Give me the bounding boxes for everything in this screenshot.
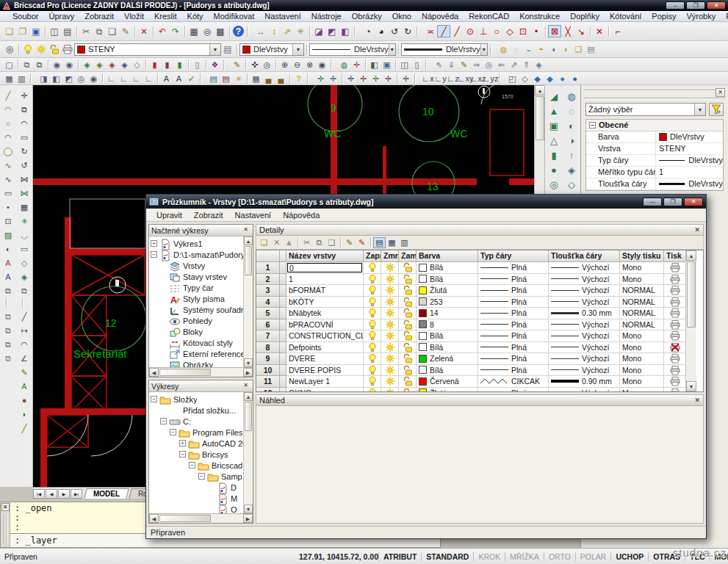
toggle-orto[interactable]: ORTO (544, 552, 575, 561)
layer-lineweight[interactable]: Výchozí (549, 262, 620, 274)
layer-name[interactable]: bFORMÁT (286, 285, 364, 297)
find-replace-icon[interactable]: ◉ (87, 73, 100, 84)
ucs-origin-icon[interactable]: ✛ (345, 73, 357, 84)
layer-row[interactable]: 10BíláPlnáVýchozíMono (256, 262, 685, 274)
tag-olive-icon[interactable]: ◈ (93, 59, 106, 70)
layer-thaw-icon[interactable] (381, 342, 399, 354)
menu--pravy[interactable]: Úpravy (43, 11, 79, 21)
walk-center-icon[interactable]: ◎ (483, 59, 495, 70)
property-row[interactable]: Měřítko typu čáry1 (586, 167, 723, 178)
column-header-blank[interactable] (280, 250, 286, 262)
draw-circle-icon[interactable]: ○ (1, 116, 15, 130)
row-number[interactable]: 3 (256, 285, 280, 297)
dialog-menu-upravit[interactable]: Upravit (151, 210, 188, 220)
layer-lineweight[interactable]: Výchozí (549, 388, 620, 393)
property-row[interactable]: VrstvaSTENY (586, 143, 723, 155)
layer-row[interactable]: 12OKNOŽlutáPlnáVýchozíMono (256, 388, 685, 393)
dialog-menu-zobrazit[interactable]: Zobrazit (188, 210, 229, 220)
join-icon[interactable]: ◗ (18, 407, 32, 421)
xref-attach-icon[interactable]: ◨ (37, 73, 50, 84)
last-tab-button[interactable]: ▶| (71, 489, 82, 499)
polar-tracking-icon[interactable]: ⌐ (611, 25, 624, 37)
sphere-flat-icon[interactable]: ● (556, 73, 569, 84)
layer-on-icon[interactable] (364, 365, 381, 377)
layer-linetype[interactable]: Plná (478, 308, 549, 319)
layer-name[interactable]: OKNO (286, 388, 364, 393)
chevron-down-icon[interactable]: ▼ (480, 44, 487, 55)
row-number[interactable]: 10 (256, 365, 280, 377)
dim-restyle-icon[interactable]: ∟ (118, 73, 130, 84)
toggle-krok[interactable]: KROK (473, 552, 505, 561)
collapse-icon[interactable]: − (589, 122, 596, 129)
draw-arc-icon[interactable]: ◠ (1, 102, 15, 116)
plot-on-icon[interactable] (664, 274, 686, 286)
draw-point-icon[interactable]: • (1, 200, 15, 214)
layer-thaw-icon[interactable] (381, 330, 399, 342)
layer-linetype[interactable]: Plná (478, 388, 549, 393)
menu-modifikovat[interactable]: Modifikovat (209, 11, 260, 21)
property-row[interactable]: Typ čáryDleVrstvy (586, 155, 723, 167)
layer-plotstyle[interactable]: Mono (620, 353, 664, 365)
plot-on-icon[interactable] (664, 285, 686, 297)
collapse-icon[interactable]: − (179, 451, 186, 458)
property-value[interactable]: DleVrstvy (656, 131, 723, 142)
layer-lineweight[interactable]: Výchozí (549, 297, 620, 308)
snap-none-icon[interactable]: ╳ (561, 25, 574, 37)
layer-plotstyle[interactable]: NORMAL (620, 297, 664, 308)
render-settings-icon[interactable]: ◰ (506, 73, 519, 84)
copy-layer-icon[interactable]: ⧉ (313, 237, 325, 248)
menu-rekoncad[interactable]: RekonCAD (464, 11, 514, 21)
menu-zobrazit[interactable]: Zobrazit (79, 11, 119, 21)
layer-on-icon[interactable] (364, 319, 381, 331)
hidden-mode-icon[interactable]: ◆ (531, 73, 544, 84)
extend-icon[interactable]: ↦ (18, 323, 32, 337)
layer-color[interactable]: Bílá (417, 274, 478, 286)
horizontal-scrollbar[interactable]: ◀▶ (149, 513, 253, 523)
copy-group-4-icon[interactable]: ⧉ (1, 351, 15, 365)
draw-line-icon[interactable]: ╱ (1, 88, 15, 102)
dim-angular-icon[interactable]: ✳ (294, 25, 307, 37)
walk-nw-icon[interactable]: ⇖ (433, 59, 445, 70)
row-number[interactable]: 7 (256, 330, 280, 342)
text-multiline-icon[interactable]: A (1, 270, 15, 283)
layer-name[interactable]: DVERE POPIS (286, 365, 364, 377)
cut-icon[interactable]: ✂ (79, 25, 93, 37)
zoom-realtime-icon[interactable]: ◎ (261, 59, 273, 70)
rotate-ccw-icon[interactable]: ↺ (388, 25, 401, 37)
dim-restore-icon[interactable]: ∟ (143, 73, 155, 84)
layer-color[interactable]: 8 (417, 319, 478, 331)
layer-color[interactable]: 253 (417, 297, 478, 308)
rotate-icon[interactable]: ↻ (18, 144, 32, 158)
scroll-up-icon[interactable]: ▲ (535, 85, 545, 95)
tree-item[interactable]: O (151, 504, 253, 513)
print-icon[interactable]: ▤ (61, 25, 74, 37)
tree-item[interactable]: Pohledy (151, 315, 253, 326)
row-number[interactable]: 1 (256, 262, 280, 274)
loft-icon[interactable]: ◇ (18, 256, 32, 270)
scrollbar-thumb[interactable] (687, 261, 696, 328)
wireframe-mode-icon[interactable]: ◇ (519, 73, 531, 84)
minimize-button[interactable]: – (666, 1, 685, 10)
tag-plain-icon[interactable]: ◇ (131, 59, 143, 70)
walk-down-icon[interactable]: ⇓ (445, 59, 458, 70)
redline-pen-icon[interactable]: ✎ (231, 59, 243, 70)
layer-color[interactable]: Zelená (417, 353, 478, 365)
viewport-horizontal-icon[interactable]: ◫ (398, 59, 411, 70)
plot-on-icon[interactable] (664, 353, 686, 365)
tree-item[interactable]: −C: (151, 416, 253, 427)
layer-row[interactable]: 6bPRACOVNÍ8PlnáVýchozíNORMAL (256, 319, 685, 331)
layer-plotstyle[interactable]: Mono (620, 376, 664, 388)
scroll-up-icon[interactable]: ▲ (244, 236, 253, 245)
text-scale-icon[interactable]: A (173, 73, 185, 84)
layer-unlock-icon[interactable] (399, 308, 417, 319)
layer-color[interactable]: Bílá (417, 365, 478, 377)
view-icons-icon[interactable]: ▦ (386, 237, 398, 248)
walk-up-icon[interactable]: ⇑ (520, 59, 533, 70)
copy-group-2-icon[interactable]: ⧉ (1, 323, 15, 337)
scroll-down-icon[interactable]: ▼ (244, 505, 253, 513)
table-edit-icon[interactable]: ▥ (15, 73, 28, 84)
row-number[interactable]: 12 (256, 388, 280, 393)
dim-override-icon[interactable]: ∟ (130, 73, 143, 84)
layer-thaw-icon[interactable] (381, 262, 399, 274)
rotate-cw-icon[interactable]: ↻ (401, 25, 414, 37)
